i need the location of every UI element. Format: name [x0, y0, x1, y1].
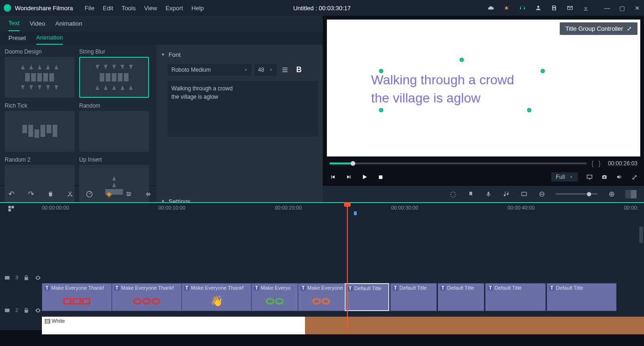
timeline-clip[interactable]: TDefault Title: [390, 283, 437, 311]
adjust-icon[interactable]: [125, 190, 132, 198]
preview-text[interactable]: Walking through a crowd the village is a…: [371, 71, 514, 107]
sun-icon[interactable]: ☀: [503, 5, 510, 11]
timeline-clip[interactable]: TMake Everyone Thankf: [42, 283, 112, 311]
bbox-handle[interactable]: [460, 58, 464, 62]
timeline-clip[interactable]: TMake Everyone Thankf👋: [182, 283, 251, 311]
bold-button[interactable]: B: [293, 64, 305, 75]
timeline-clip[interactable]: TDefault Title: [485, 283, 546, 311]
undo-icon[interactable]: ↶: [7, 190, 15, 198]
delete-icon[interactable]: [47, 190, 54, 198]
anim-thumb-upinsert[interactable]: [79, 165, 149, 206]
playhead[interactable]: [347, 203, 348, 330]
track-3-row[interactable]: TMake Everyone ThankfTMake Everyone Than…: [42, 283, 644, 311]
cloud-icon[interactable]: [488, 5, 494, 11]
preview-panel: Title Group Controller⤢ Walking through …: [323, 16, 644, 185]
properties-panel: Font Roboto Medium▼ 48▼ B Walking throug…: [156, 45, 323, 210]
menu-tools[interactable]: Tools: [122, 5, 136, 12]
anim-thumb-stringblur[interactable]: [79, 57, 149, 98]
download-icon[interactable]: [583, 5, 589, 11]
video-clip-white[interactable]: ⊞ White: [42, 317, 305, 334]
tab-video[interactable]: Video: [30, 16, 45, 31]
timeline-marker[interactable]: [354, 211, 357, 215]
crop-icon[interactable]: ◈: [105, 190, 113, 198]
audio-mixer-icon[interactable]: [502, 190, 510, 198]
preview-scrubber[interactable]: [330, 163, 587, 164]
preview-canvas[interactable]: Title Group Controller⤢ Walking through …: [327, 20, 640, 156]
timeline-vscroll[interactable]: [639, 226, 643, 243]
svg-point-7: [129, 193, 130, 195]
line-spacing-icon[interactable]: [279, 64, 291, 75]
zoom-in-icon[interactable]: ⊕: [608, 190, 615, 198]
timeline-clip[interactable]: TMake Everyone Thankf: [112, 283, 182, 311]
aspect-icon[interactable]: [520, 190, 528, 198]
font-section-header[interactable]: Font: [161, 48, 318, 61]
cut-icon[interactable]: [66, 190, 74, 198]
audio-wave-icon[interactable]: [144, 190, 152, 198]
timeline-clip[interactable]: TDefault Title: [345, 283, 389, 311]
voiceover-icon[interactable]: [485, 190, 492, 198]
menu-view[interactable]: View: [144, 5, 157, 12]
bbox-handle[interactable]: [541, 69, 545, 73]
window-minimize[interactable]: ―: [604, 5, 610, 11]
bbox-handle[interactable]: [527, 108, 531, 112]
speed-icon[interactable]: [86, 190, 93, 198]
window-maximize[interactable]: ▢: [619, 5, 625, 11]
title-bar: Wondershare Filmora File Edit Tools View…: [0, 0, 644, 16]
anim-thumb-random[interactable]: [79, 111, 149, 152]
anim-thumb-doomo[interactable]: [5, 57, 75, 98]
svg-rect-10: [522, 192, 526, 196]
editor-panel: Text Video Animation Preset Animation Do…: [0, 16, 323, 185]
display-icon[interactable]: [586, 174, 593, 180]
volume-icon[interactable]: [616, 174, 623, 180]
track-2-row[interactable]: ⊞ White: [42, 317, 644, 334]
anim-label: String Blur: [79, 48, 149, 55]
user-icon[interactable]: [535, 5, 542, 11]
tab-text[interactable]: Text: [8, 16, 20, 31]
font-size-select[interactable]: 48▼: [254, 64, 277, 76]
bbox-handle[interactable]: [379, 108, 383, 112]
timeline-clip[interactable]: TMake Everyone: [298, 283, 345, 311]
anim-label: Random: [79, 102, 149, 109]
anim-thumb-random2[interactable]: [5, 165, 75, 206]
mark-out-icon[interactable]: }: [598, 160, 601, 167]
prev-frame-button[interactable]: [330, 174, 336, 180]
mark-in-icon[interactable]: {: [591, 160, 594, 167]
headphones-icon[interactable]: [519, 5, 526, 11]
mail-icon[interactable]: [567, 5, 573, 11]
video-clip-brown[interactable]: [305, 317, 644, 334]
tab-animation[interactable]: Animation: [55, 16, 82, 31]
anim-label: Random 2: [5, 156, 75, 163]
timeline-clip[interactable]: TDefault Title: [438, 283, 484, 311]
stop-button[interactable]: [377, 174, 384, 180]
redo-icon[interactable]: ↷: [27, 190, 34, 198]
zoom-out-icon[interactable]: ⊖: [538, 190, 545, 198]
track-header-2[interactable]: 2: [0, 296, 42, 324]
save-icon[interactable]: [551, 5, 557, 11]
play-button[interactable]: [361, 174, 368, 180]
marker-icon[interactable]: [467, 190, 475, 198]
next-frame-button[interactable]: [346, 174, 352, 180]
menu-export[interactable]: Export: [165, 5, 183, 12]
title-text-input[interactable]: Walking through a crowd the village is a…: [168, 81, 318, 136]
subtab-preset[interactable]: Preset: [8, 32, 26, 44]
track-header-3[interactable]: 3: [0, 264, 42, 292]
font-family-select[interactable]: Roboto Medium▼: [168, 64, 251, 76]
manage-tracks-icon[interactable]: [7, 205, 15, 212]
subtab-animation[interactable]: Animation: [36, 31, 63, 45]
track-size-toggle[interactable]: [625, 190, 637, 198]
quality-select[interactable]: Full▼: [551, 172, 578, 182]
menu-file[interactable]: File: [85, 5, 95, 12]
timeline-ruler[interactable]: 00:00:00:00 00:00:10:00 00:00:20:00 00:0…: [42, 203, 644, 215]
zoom-slider[interactable]: [556, 193, 597, 195]
timeline-clip[interactable]: TMake Everyo: [251, 283, 298, 311]
anim-thumb-richtick[interactable]: [5, 111, 75, 152]
timeline-clip[interactable]: TDefault Title: [547, 283, 617, 311]
menu-edit[interactable]: Edit: [103, 5, 113, 12]
render-icon[interactable]: ◌: [449, 190, 457, 198]
timeline[interactable]: 3 2 00:00:00:00 00:00:10:00 00:00:20:00 …: [0, 202, 644, 330]
window-close[interactable]: ✕: [634, 5, 640, 11]
menu-help[interactable]: Help: [191, 5, 204, 12]
title-group-controller-button[interactable]: Title Group Controller⤢: [560, 22, 637, 35]
snapshot-icon[interactable]: [601, 174, 608, 180]
fullscreen-icon[interactable]: ⤢: [631, 174, 637, 180]
